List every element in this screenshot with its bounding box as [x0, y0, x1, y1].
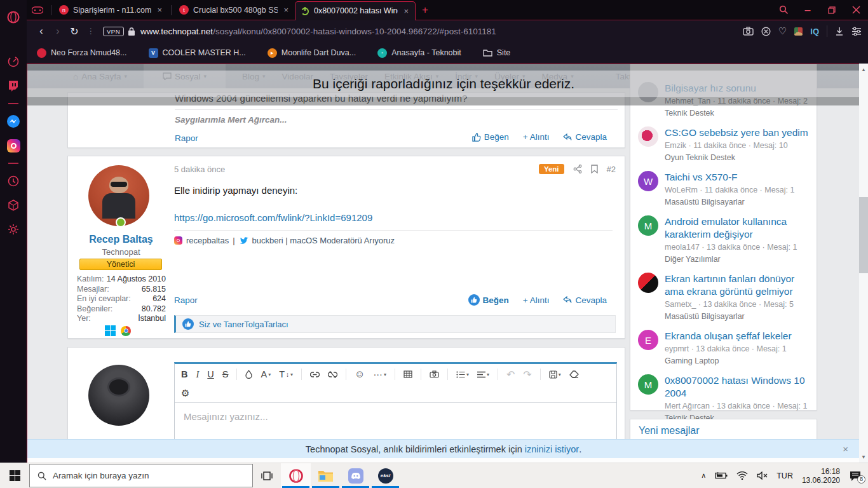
scroll-down-arrow[interactable]: ▾ — [859, 454, 868, 460]
post-1-like-button[interactable]: Beğen — [472, 132, 509, 142]
iq-extension-icon[interactable]: IQ — [810, 27, 819, 36]
taskbar-search-box[interactable]: Aramak için buraya yazın — [29, 464, 253, 487]
start-button[interactable] — [0, 463, 29, 488]
share-icon[interactable] — [573, 165, 582, 173]
scroll-up-arrow[interactable]: ▴ — [859, 64, 868, 72]
bookmark-moonlife[interactable]: ▸Moonlife Dart Duva... — [268, 48, 356, 58]
reload-button[interactable]: ↻ — [66, 25, 83, 37]
font-family-button[interactable]: A▾ — [261, 369, 271, 379]
taskbar-clock[interactable]: 16:1813.06.2020 — [802, 467, 840, 485]
speed-dial-icon[interactable] — [0, 50, 27, 74]
messenger-icon[interactable] — [0, 109, 27, 133]
topic-title[interactable]: Ekran kartının fanları dönüyor ama ekran… — [665, 273, 794, 297]
topic-avatar[interactable]: M — [638, 374, 658, 395]
volume-muted-icon[interactable] — [757, 471, 768, 480]
insert-link-icon[interactable] — [310, 372, 320, 377]
post-2-report-link[interactable]: Rapor — [174, 295, 198, 305]
topic-category[interactable]: Diğer Yazılımlar — [665, 255, 721, 264]
redo-button[interactable]: ↷ — [523, 369, 531, 381]
text-color-droplet-icon[interactable] — [245, 370, 252, 379]
align-button[interactable]: ▾ — [477, 371, 489, 378]
bookmark-cooler-master[interactable]: VCOOLER MASTER H... — [149, 48, 246, 58]
url-text[interactable]: www.technopat.net/sosyal/konu/0x80070002… — [140, 27, 496, 36]
task-view-button[interactable] — [253, 463, 281, 488]
twitch-icon[interactable] — [0, 74, 27, 98]
minimize-button[interactable]: – — [796, 0, 820, 20]
underline-button[interactable]: U — [207, 369, 214, 379]
topic-avatar[interactable] — [638, 126, 658, 147]
signature-twitter-text[interactable]: buckberi | macOS Moderatörü Arıyoruz — [252, 236, 395, 245]
topic-category[interactable]: Gaming Laptop — [665, 356, 719, 365]
scrollbar-thumb[interactable] — [859, 197, 868, 273]
post-2-quote-button[interactable]: + Alıntı — [523, 295, 550, 305]
lock-icon[interactable] — [128, 27, 135, 36]
topic-avatar[interactable]: M — [638, 215, 658, 236]
new-messages-title[interactable]: Yeni mesajlar — [639, 425, 699, 436]
message-input[interactable]: Mesajınızı yazınız... — [175, 402, 616, 430]
tab-n11[interactable]: n Siparişlerim - n11.com × — [54, 2, 168, 18]
close-window-button[interactable] — [844, 0, 868, 20]
topic-title[interactable]: Ekranda oluşan şeffaf lekeler — [665, 330, 792, 341]
battery-icon[interactable] — [715, 472, 728, 479]
author-name[interactable]: Recep Baltaş — [68, 234, 174, 245]
undo-button[interactable]: ↶ — [506, 369, 515, 381]
wifi-icon[interactable] — [736, 471, 748, 480]
italic-button[interactable]: I — [196, 369, 199, 380]
strikethrough-button[interactable]: S — [222, 369, 229, 379]
liked-by-text[interactable]: Siz ve TanerTolgaTarlacı — [199, 320, 288, 329]
current-user-avatar[interactable] — [88, 365, 149, 426]
bookmark-teknobit[interactable]: ◦Anasayfa - Teknobit — [377, 48, 461, 58]
tab-close-icon[interactable]: × — [156, 5, 163, 15]
bold-button[interactable]: B — [181, 369, 187, 379]
post-1-report-link[interactable]: Rapor — [175, 133, 198, 143]
downloads-icon[interactable] — [835, 27, 844, 36]
history-icon[interactable] — [0, 169, 27, 193]
more-options-button[interactable]: ···▾ — [373, 369, 386, 379]
topic-title[interactable]: Android emulator kullanınca karakterim d… — [665, 216, 787, 240]
language-indicator[interactable]: TUR — [776, 471, 793, 480]
tab-active-technopat[interactable]: 0x80070002 hatası Window × — [295, 1, 416, 20]
tab-close-icon[interactable]: × — [402, 6, 410, 16]
topic-title[interactable]: 0x80070002 hatası Windows 10 2004 — [665, 375, 805, 398]
post-1-quote-button[interactable]: + Alıntı — [523, 132, 550, 142]
restore-button[interactable] — [820, 0, 844, 20]
topic-avatar[interactable] — [638, 273, 658, 293]
overflow-dots-icon[interactable]: ⋮ — [83, 27, 99, 36]
list-button[interactable]: ▾ — [456, 371, 469, 378]
font-size-button[interactable]: T↕▾ — [279, 369, 293, 379]
tab-search-icon[interactable] — [771, 0, 796, 20]
remove-link-icon[interactable] — [328, 371, 337, 378]
post-number[interactable]: #2 — [607, 165, 616, 174]
snapshot-camera-icon[interactable] — [743, 27, 754, 36]
topic-category[interactable]: Oyun Teknik Destek — [665, 153, 735, 162]
tab-close-icon[interactable]: × — [282, 5, 290, 15]
topic-avatar[interactable]: E — [638, 330, 658, 350]
post-2-reply-button[interactable]: Cevapla — [563, 295, 607, 305]
easy-setup-sliders-icon[interactable] — [851, 27, 862, 36]
taskbar-eksisozluk[interactable]: eksi — [370, 463, 400, 488]
topic-category[interactable]: Teknik Destek — [665, 109, 714, 118]
back-button[interactable]: ‹ — [33, 25, 50, 37]
topic-title[interactable]: Taichi vs X570-F — [665, 172, 738, 182]
adblock-shield-icon[interactable] — [761, 27, 771, 36]
insert-table-icon[interactable] — [403, 370, 412, 378]
topic-category[interactable]: Masaüstü Bilgisayarlar — [665, 312, 745, 321]
taskbar-discord[interactable] — [341, 463, 370, 488]
notification-permission-link[interactable]: izninizi istiyor — [525, 444, 579, 454]
bookmark-icon[interactable] — [591, 165, 598, 173]
emoji-button[interactable]: ☺ — [355, 369, 365, 380]
instagram-icon[interactable] — [0, 133, 27, 158]
bookmark-site-folder[interactable]: Site — [483, 48, 511, 57]
settings-gear-icon[interactable] — [0, 217, 27, 241]
extensions-box-icon[interactable] — [0, 193, 27, 217]
editor-settings-gear-icon[interactable]: ⚙ — [181, 388, 189, 399]
gx-corner-icon[interactable] — [27, 0, 48, 22]
bookmark-neo-forza[interactable]: Neo Forza Nmud48... — [37, 48, 127, 58]
notification-close-icon[interactable]: × — [843, 444, 848, 454]
bookmark-heart-icon[interactable]: ♡ — [778, 25, 787, 37]
post-2-like-button[interactable]: Beğen — [468, 294, 509, 306]
tab-crucial[interactable]: t Crucial bx500 480gb SSD | × — [174, 2, 295, 18]
post-2-timestamp[interactable]: 5 dakika önce — [174, 165, 225, 174]
vpn-badge[interactable]: VPN — [103, 27, 124, 36]
new-tab-button[interactable]: + — [422, 4, 428, 17]
